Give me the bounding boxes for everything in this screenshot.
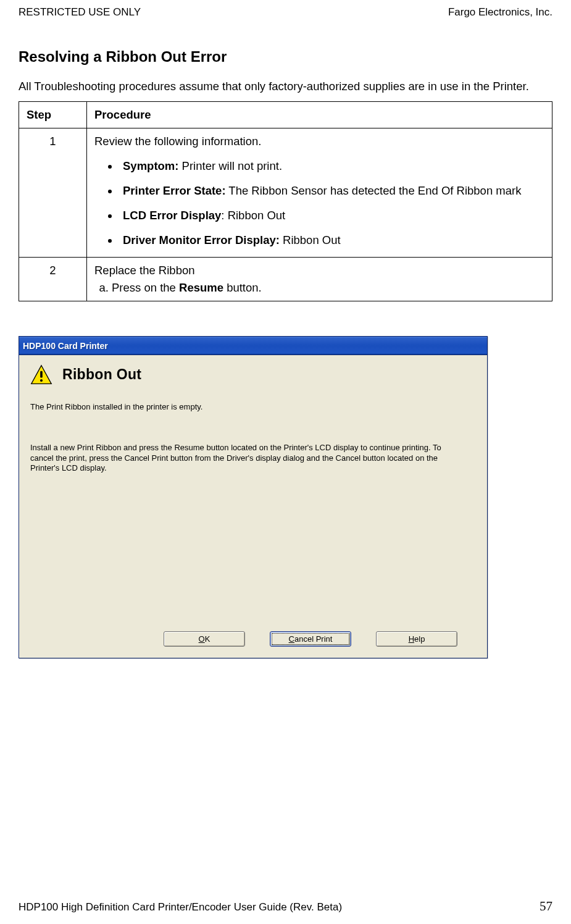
procedure-cell: Review the following information. Sympto…	[87, 128, 552, 258]
error-dialog: HDP100 Card Printer Ribbon Out The Print…	[19, 336, 488, 658]
header-right: Fargo Electronics, Inc.	[448, 6, 552, 19]
bullet-text: : Ribbon Out	[221, 209, 285, 222]
dialog-screenshot: HDP100 Card Printer Ribbon Out The Print…	[19, 336, 552, 658]
bullet-list: Symptom: Printer will not print. Printer…	[94, 159, 544, 247]
dialog-titlebar: HDP100 Card Printer	[19, 337, 487, 355]
cancel-rest: ancel Print	[294, 634, 332, 644]
list-item: Driver Monitor Error Display: Ribbon Out	[119, 233, 544, 247]
procedure-lead: Review the following information.	[94, 135, 261, 148]
warning-icon	[30, 364, 52, 386]
dialog-header-row: Ribbon Out	[30, 364, 476, 386]
help-rest: elp	[414, 634, 425, 644]
svg-rect-1	[40, 371, 43, 378]
procedure-table: Step Procedure 1 Review the following in…	[19, 101, 552, 301]
bullet-text: Printer will not print.	[178, 159, 282, 172]
col-header-procedure: Procedure	[87, 102, 552, 128]
dialog-heading: Ribbon Out	[62, 366, 141, 383]
procedure-cell: Replace the Ribbon Press on the Resume b…	[87, 258, 552, 301]
cancel-print-button[interactable]: Cancel Print	[270, 631, 351, 647]
list-item: LCD Error Display: Ribbon Out	[119, 209, 544, 222]
page-footer: HDP100 High Definition Card Printer/Enco…	[19, 899, 552, 914]
bullet-text: The Ribbon Sensor has detected the End O…	[226, 184, 522, 197]
procedure-lead: Replace the Ribbon	[94, 264, 195, 277]
footer-left: HDP100 High Definition Card Printer/Enco…	[19, 901, 342, 914]
bullet-label: Symptom:	[123, 159, 178, 172]
substep-post: button.	[223, 281, 262, 294]
col-header-step: Step	[19, 102, 87, 128]
list-item: Symptom: Printer will not print.	[119, 159, 544, 173]
substep-bold: Resume	[179, 281, 223, 294]
ok-button[interactable]: OK	[164, 631, 245, 647]
table-header-row: Step Procedure	[19, 102, 552, 128]
dialog-instruction: Install a new Print Ribbon and press the…	[30, 443, 462, 473]
bullet-label: LCD Error Display	[123, 209, 221, 222]
table-row: 2 Replace the Ribbon Press on the Resume…	[19, 258, 552, 301]
table-row: 1 Review the following information. Symp…	[19, 128, 552, 258]
step-number: 1	[19, 128, 87, 258]
dialog-spacer	[30, 473, 476, 631]
substep-pre: Press on the	[112, 281, 179, 294]
section-title: Resolving a Ribbon Out Error	[19, 48, 552, 65]
cancel-mnemonic: C	[289, 634, 294, 644]
help-button[interactable]: Help	[376, 631, 457, 647]
ok-rest: K	[205, 634, 210, 644]
help-mnemonic: H	[409, 634, 414, 644]
header-left: RESTRICTED USE ONLY	[19, 6, 141, 19]
list-item: Printer Error State: The Ribbon Sensor h…	[119, 184, 544, 198]
dialog-title: HDP100 Card Printer	[23, 341, 108, 351]
svg-point-2	[40, 379, 43, 382]
step-number: 2	[19, 258, 87, 301]
ok-mnemonic: O	[199, 634, 205, 644]
page-header: RESTRICTED USE ONLY Fargo Electronics, I…	[19, 6, 552, 19]
substep-list: Press on the Resume button.	[94, 281, 544, 295]
bullet-label: Driver Monitor Error Display:	[123, 233, 280, 246]
bullet-label: Printer Error State:	[123, 184, 226, 197]
dialog-body: Ribbon Out The Print Ribbon installed in…	[19, 355, 487, 658]
dialog-button-row: OK Cancel Print Help	[30, 631, 476, 650]
dialog-message: The Print Ribbon installed in the printe…	[30, 402, 476, 412]
intro-paragraph: All Troubleshooting procedures assume th…	[19, 79, 552, 94]
list-item: Press on the Resume button.	[112, 281, 544, 295]
page-number: 57	[540, 899, 552, 914]
bullet-text: Ribbon Out	[280, 233, 341, 246]
